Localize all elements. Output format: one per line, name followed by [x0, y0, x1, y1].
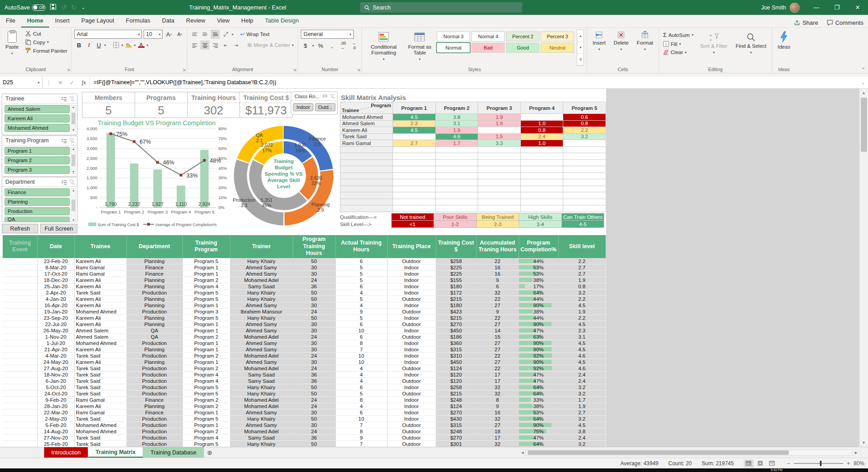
table-cell[interactable]: 6	[335, 334, 387, 340]
table-cell[interactable]: $258	[436, 384, 476, 390]
matrix-skill-cell[interactable]: 1.0	[520, 120, 563, 127]
table-cell[interactable]: 22-Jul-20	[37, 321, 74, 327]
table-cell[interactable]: 24	[293, 403, 335, 409]
slicer-item-trainee-ahmed-salem[interactable]: Ahmed Salem	[5, 105, 70, 113]
insert-cells-button[interactable]: Insert▾	[590, 30, 608, 66]
clear-filter-icon[interactable]	[330, 94, 335, 99]
table-cell[interactable]: $270	[436, 321, 476, 327]
table-cell[interactable]: 3.2	[558, 441, 606, 447]
slicer-item-trainee-mohamed-ahmed[interactable]: Mohamed Ahmed	[5, 124, 70, 132]
search-input[interactable]: Search	[360, 2, 522, 13]
align-top-icon[interactable]	[190, 30, 199, 39]
table-cell[interactable]: $430	[436, 416, 476, 422]
slicer-item-program-program-3[interactable]: Program 3	[5, 166, 70, 174]
kpi-members[interactable]: Members 5	[82, 92, 135, 118]
matrix-skill-cell[interactable]: 4.5	[393, 114, 436, 121]
fill-button[interactable]: ↓ Fill▾	[662, 40, 695, 48]
vertical-scrollbar[interactable]: ▲ ▼	[859, 89, 868, 447]
find-select-button[interactable]: Find & Select▾	[733, 32, 769, 56]
table-cell[interactable]: Planning	[127, 359, 182, 365]
table-cell[interactable]: $215	[436, 390, 476, 397]
table-cell[interactable]: Program 1	[182, 359, 230, 365]
table-cell[interactable]: 4	[335, 302, 387, 309]
table-cell[interactable]: 16-Apr-20	[37, 302, 74, 309]
table-cell[interactable]: Tarek Said	[74, 372, 127, 378]
table-header-program-completion-[interactable]: Program Completion%	[519, 235, 558, 258]
table-cell[interactable]: 6	[476, 283, 519, 290]
matrix-skill-cell[interactable]: 2.4	[520, 133, 563, 140]
table-cell[interactable]: Program 2	[182, 353, 230, 359]
completion-cell[interactable]: 47%	[519, 372, 558, 378]
matrix-trainee-name[interactable]: Tarek Said	[340, 133, 393, 140]
table-cell[interactable]: 24	[293, 334, 335, 340]
table-cell[interactable]: 1.9	[558, 277, 606, 283]
table-cell[interactable]: Program 2	[182, 403, 230, 409]
underline-button[interactable]: U	[94, 41, 103, 50]
table-cell[interactable]: 9	[476, 403, 519, 409]
budget-skill-donut-chart[interactable]: QA2.1Finance2.5Planning2.9Production3.32…	[231, 119, 339, 234]
table-cell[interactable]: Production	[127, 390, 182, 397]
table-cell[interactable]: $270	[436, 435, 476, 441]
number-format-select[interactable]: General▾	[301, 30, 354, 39]
paste-button[interactable]: Paste▾	[3, 30, 21, 66]
ribbon-tab-page-layout[interactable]: Page Layout	[76, 15, 120, 27]
ribbon-tab-insert[interactable]: Insert	[49, 15, 76, 27]
format-painter-button[interactable]: Format Painter	[24, 47, 68, 54]
table-cell[interactable]: Mohamed Adel	[230, 365, 293, 372]
cell-style-good[interactable]: Good	[506, 43, 539, 53]
table-cell[interactable]: 9	[335, 309, 387, 315]
table-cell[interactable]: 26-May-20	[37, 327, 74, 334]
table-cell[interactable]: 8-Mar-20	[37, 264, 74, 271]
matrix-col-header[interactable]: Program 1	[393, 102, 436, 114]
redo-icon[interactable]: ↻	[71, 4, 77, 12]
table-cell[interactable]: 6-Jan-20	[37, 378, 74, 384]
completion-cell[interactable]: 44%	[519, 258, 558, 264]
table-cell[interactable]: Program 2	[182, 397, 230, 403]
table-cell[interactable]: Program 5	[182, 416, 230, 422]
table-cell[interactable]: Kareem Ali	[74, 359, 127, 365]
table-cell[interactable]: Program 1	[182, 346, 230, 353]
table-cell[interactable]: 2.7	[558, 264, 606, 271]
table-cell[interactable]: 4	[335, 290, 387, 296]
ideas-button[interactable]: Ideas	[775, 30, 793, 66]
table-cell[interactable]: 17	[476, 435, 519, 441]
table-cell[interactable]: 7	[335, 441, 387, 447]
table-cell[interactable]: Tarek Said	[74, 384, 127, 390]
table-cell[interactable]: Indoor	[387, 409, 436, 416]
table-cell[interactable]: 16	[476, 271, 519, 277]
increase-font-icon[interactable]: A˄	[164, 30, 173, 39]
completion-cell[interactable]: 64%	[519, 390, 558, 397]
table-cell[interactable]: Ahmed Samy	[230, 327, 293, 334]
table-cell[interactable]: 4.5	[558, 359, 606, 365]
table-cell[interactable]: Program 5	[182, 290, 230, 296]
table-cell[interactable]: Indoor	[387, 283, 436, 290]
table-cell[interactable]: $301	[436, 441, 476, 447]
scroll-down-icon[interactable]: ▼	[859, 439, 868, 447]
slicer-scrollbar[interactable]: ▲▼	[71, 105, 76, 132]
table-cell[interactable]	[3, 365, 37, 372]
completion-cell[interactable]: 47%	[519, 435, 558, 441]
table-cell[interactable]: Ahmed Salem	[74, 327, 127, 334]
table-cell[interactable]: $248	[436, 428, 476, 435]
completion-cell[interactable]: 17%	[519, 283, 558, 290]
ribbon-tab-table-design[interactable]: Table Design	[259, 15, 305, 27]
matrix-skill-cell[interactable]: 1.9	[435, 127, 478, 134]
table-cell[interactable]: Outdoor	[387, 428, 436, 435]
matrix-trainee-name[interactable]: Ahmed Salem	[340, 120, 393, 127]
table-cell[interactable]: Program 4	[182, 372, 230, 378]
table-cell[interactable]: 4.5	[558, 346, 606, 353]
table-cell[interactable]: Planning	[127, 403, 182, 409]
table-cell[interactable]: 36	[293, 283, 335, 290]
table-cell[interactable]: Mohamed Adel	[230, 277, 293, 283]
completion-cell[interactable]: 53%	[519, 264, 558, 271]
table-cell[interactable]: 2.2	[558, 258, 606, 264]
table-header-date[interactable]: Date	[37, 235, 74, 258]
table-cell[interactable]: 27-Nov-20	[37, 435, 74, 441]
completion-cell[interactable]: 90%	[519, 302, 558, 309]
slicer-scrollbar[interactable]: ▲▼	[71, 147, 76, 174]
table-cell[interactable]: Tarek Said	[74, 435, 127, 441]
table-cell[interactable]: 22-Mar-20	[37, 409, 74, 416]
table-cell[interactable]: 3.2	[558, 384, 606, 390]
avatar[interactable]	[790, 3, 800, 13]
confirm-entry-icon[interactable]: ✓	[66, 77, 78, 88]
